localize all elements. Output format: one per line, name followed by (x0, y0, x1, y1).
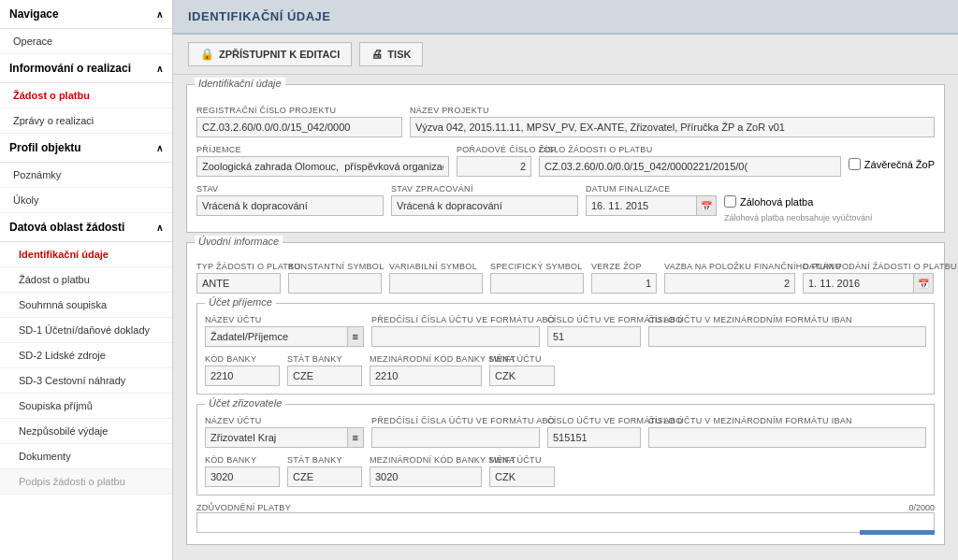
progress-bar (860, 530, 935, 535)
chevron-up-icon2: ∧ (156, 64, 163, 74)
sidebar-item-zadost-platbu2[interactable]: Žádost o platbu (0, 267, 172, 293)
zduvodneni-area: ZDŮVODNĚNÍ PLATBY 0/2000 (196, 503, 935, 535)
ucet-prijemce-iban-input[interactable] (648, 326, 926, 347)
variabilni-input[interactable] (389, 273, 483, 294)
ucet-zriz-cislo-label: ČÍSLO ÚČTU VE FORMÁTU ABO (547, 416, 641, 425)
sidebar-item-nezpusobile[interactable]: Nezpůsobilé výdaje (0, 419, 172, 444)
ucet-prijemce-nazev-input[interactable] (205, 326, 348, 347)
ucet-prijemce-swift-input[interactable] (370, 366, 482, 386)
ucet-prijemce-cislo-input[interactable] (547, 326, 641, 347)
datum-finalizace-calendar-btn[interactable]: 📅 (697, 195, 717, 216)
sidebar-item-podpis[interactable]: Podpis žádosti o platbu (0, 469, 172, 495)
toolbar: 🔒 ZPŘÍSTUPNIT K EDITACI 🖨 TISK (173, 35, 958, 75)
ucet-zriz-nazev-input[interactable] (205, 427, 348, 448)
sidebar-item-ukoly[interactable]: Úkoly (0, 188, 172, 213)
ucet-prijemce-list-btn[interactable]: ≡ (348, 326, 364, 347)
ucet-zriz-mena-input[interactable] (489, 467, 555, 487)
zalohova-checkbox[interactable] (724, 195, 736, 208)
specificky-input[interactable] (490, 273, 584, 294)
ucet-prijemce-mena-label: MĚNA ÚČTU (489, 354, 555, 364)
sidebar-item-identifikacni[interactable]: Identifikační údaje (0, 242, 172, 267)
prijemce-input[interactable] (196, 156, 449, 177)
zaverecna-checkbox[interactable] (849, 158, 861, 170)
verze-zop-label: VERZE ŽOP (591, 262, 657, 271)
sidebar-item-zpravy[interactable]: Zprávy o realizaci (0, 108, 172, 134)
main-content: IDENTIFIKAČNÍ ÚDAJE 🔒 ZPŘÍSTUPNIT K EDIT… (173, 0, 958, 560)
sidebar-item-souhrnna[interactable]: Souhrnná soupiska (0, 293, 172, 318)
ucet-zriz-nazev-label: NÁZEV ÚČTU (205, 416, 364, 425)
stav-zpracovani-input[interactable] (391, 195, 578, 216)
poradove-cislo-input[interactable] (457, 156, 531, 177)
uvodni-section: Úvodní informace TYP ŽÁDOSTI O PLATBU KO… (186, 242, 945, 545)
zaverecna-label: Závěrečná ŽoP (864, 159, 935, 170)
sidebar-nav-header[interactable]: Navigace ∧ (0, 0, 172, 29)
ucet-zriz-swift-label: MEZINÁRODNÍ KÓD BANKY SWIFT (370, 455, 482, 465)
ucet-zriz-iban-input[interactable] (648, 427, 926, 448)
sidebar: Navigace ∧ Operace Informování o realiza… (0, 0, 173, 560)
sidebar-datova-header[interactable]: Datová oblast žádosti ∧ (0, 213, 172, 242)
konstantni-input[interactable] (288, 273, 382, 294)
sidebar-item-poznamky[interactable]: Poznámky (0, 163, 172, 188)
identifikacni-section: Identifikační údaje REGISTRAČNÍ ČÍSLO PR… (186, 84, 945, 233)
sidebar-profil-label: Profil objektu (9, 141, 81, 154)
ucet-zriz-list-btn[interactable]: ≡ (348, 427, 364, 448)
cislo-zadosti-input[interactable] (539, 156, 841, 177)
ucet-zriz-kod-label: KÓD BANKY (205, 455, 280, 465)
uvodni-section-title: Úvodní informace (195, 236, 283, 247)
vazba-input[interactable] (664, 273, 795, 294)
ucet-zriz-predcisli-input[interactable] (371, 427, 540, 448)
sidebar-item-sd3[interactable]: SD-3 Cestovní náhrady (0, 368, 172, 394)
zduvodneni-textarea[interactable] (196, 512, 935, 533)
reg-cislo-input[interactable] (196, 117, 402, 137)
identifikacni-section-title: Identifikační údaje (195, 78, 285, 89)
ucet-prijemce-predcisli-label: PŘEDČÍSLÍ ČÍSLA ÚČTU VE FORMÁTU ABO (371, 315, 540, 324)
datum-podani-calendar-btn[interactable]: 📅 (914, 273, 934, 294)
nazev-projektu-label: NÁZEV PROJEKTU (410, 106, 935, 115)
sidebar-item-sd1[interactable]: SD-1 Účetní/daňové doklady (0, 318, 172, 343)
lock-icon: 🔒 (200, 48, 214, 61)
typ-zadosti-input[interactable] (196, 273, 281, 294)
vazba-label: VAZBA NA POLOŽKU FINANČNÍHO PLÁNU (664, 262, 795, 271)
edit-button[interactable]: 🔒 ZPŘÍSTUPNIT K EDITACI (188, 42, 352, 66)
ucet-prijemce-subsection: Účet příjemce NÁZEV ÚČTU ≡ PŘEDČÍSLÍ ČÍS… (196, 303, 935, 395)
ucet-zriz-iban-label: ČÍSLO ÚČTU V MEZINÁRODNÍM FORMÁTU IBAN (648, 416, 926, 425)
sidebar-item-dokumenty[interactable]: Dokumenty (0, 444, 172, 469)
sidebar-profil-header[interactable]: Profil objektu ∧ (0, 134, 172, 163)
reg-cislo-label: REGISTRAČNÍ ČÍSLO PROJEKTU (196, 106, 402, 115)
ucet-prijemce-mena-input[interactable] (489, 366, 555, 386)
ucet-prijemce-stat-input[interactable] (287, 366, 362, 386)
ucet-zrizovatele-title: Účet zřizovatele (205, 397, 285, 409)
ucet-prijemce-nazev-label: NÁZEV ÚČTU (205, 315, 364, 324)
datum-podani-input[interactable] (803, 273, 914, 294)
sidebar-item-soupiska[interactable]: Soupiska příjmů (0, 394, 172, 419)
stav-input[interactable] (196, 195, 384, 216)
verze-zop-input[interactable] (591, 273, 657, 294)
sidebar-item-zadost-platbu[interactable]: Žádost o platbu (0, 83, 172, 108)
print-button[interactable]: 🖨 TISK (359, 42, 423, 66)
sidebar-item-operace[interactable]: Operace (0, 29, 172, 54)
nazev-projektu-input[interactable] (410, 117, 935, 137)
ucet-prijemce-kod-input[interactable] (205, 366, 280, 386)
ucet-prijemce-swift-label: MEZINÁRODNÍ KÓD BANKY SWIFT (370, 354, 482, 364)
prijemce-label: PŘÍJEMCE (196, 145, 449, 154)
ucet-prijemce-cislo-label: ČÍSLO ÚČTU VE FORMÁTU ABO (547, 315, 641, 324)
variabilni-label: VARIABILNÍ SYMBOL (389, 262, 483, 271)
ucet-prijemce-predcisli-input[interactable] (371, 326, 540, 347)
ucet-zriz-stat-input[interactable] (287, 467, 362, 487)
chevron-up-icon3: ∧ (156, 143, 163, 153)
ucet-zriz-swift-input[interactable] (370, 467, 482, 487)
zalohova-checkbox-row: Zálohová platba (724, 195, 873, 208)
ucet-zriz-kod-input[interactable] (205, 467, 280, 487)
ucet-prijemce-stat-label: STÁT BANKY (287, 354, 362, 364)
sidebar-item-sd2[interactable]: SD-2 Lidské zdroje (0, 343, 172, 368)
print-icon: 🖨 (371, 48, 383, 61)
ucet-zriz-cislo-input[interactable] (547, 427, 641, 448)
datum-finalizace-input[interactable] (586, 195, 697, 216)
zalohova-label: Zálohová platba (740, 196, 813, 208)
stav-label: STAV (196, 184, 384, 194)
sidebar-nav-title: Navigace (9, 7, 59, 21)
konstantni-label: KONSTANTNÍ SYMBOL (288, 262, 382, 271)
specificky-label: SPECIFICKÝ SYMBOL (490, 262, 584, 271)
chevron-up-icon4: ∧ (156, 223, 163, 233)
sidebar-informace-header[interactable]: Informování o realizaci ∧ (0, 54, 172, 83)
